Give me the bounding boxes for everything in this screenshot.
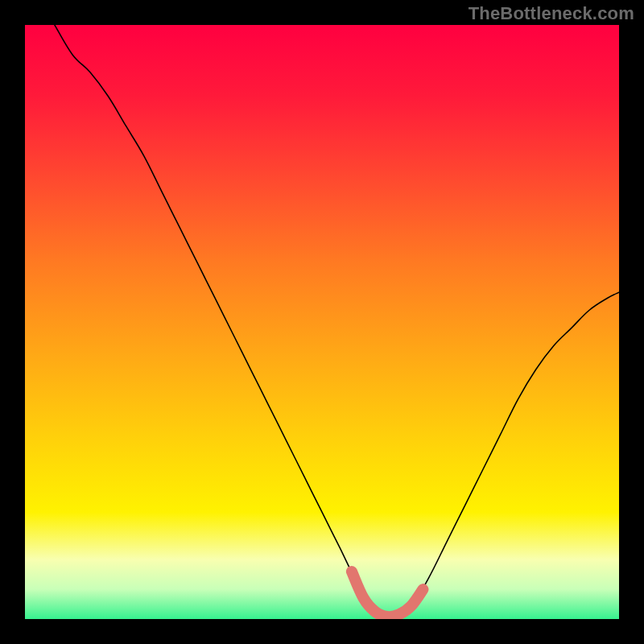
gradient-background — [25, 25, 619, 619]
chart-plot-area — [25, 25, 619, 619]
chart-svg — [25, 25, 619, 619]
watermark-text: TheBottleneck.com — [469, 3, 634, 24]
